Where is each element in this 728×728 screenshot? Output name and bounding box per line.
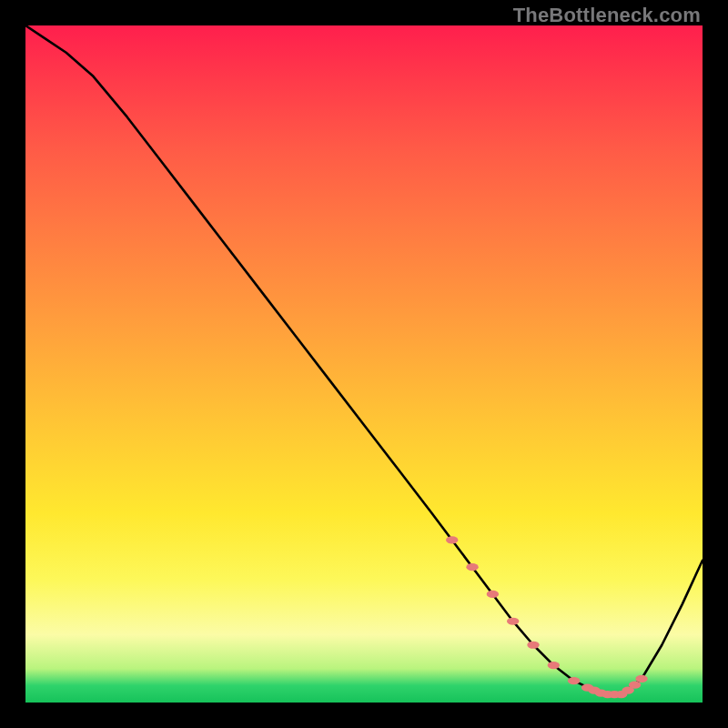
bottleneck-curve [25,25,703,694]
watermark-text: TheBottleneck.com [513,4,701,27]
highlight-marker [527,642,539,649]
highlight-marker [635,675,647,682]
highlight-marker [568,677,580,684]
chart-frame [25,25,703,703]
highlight-marker [629,682,641,689]
highlight-marker [507,618,519,625]
plot-area [25,25,703,703]
highlight-markers [446,536,648,698]
highlight-marker [548,662,560,669]
highlight-marker [446,536,458,543]
curve-layer [25,25,703,703]
highlight-marker [466,563,478,571]
highlight-marker [487,591,499,598]
